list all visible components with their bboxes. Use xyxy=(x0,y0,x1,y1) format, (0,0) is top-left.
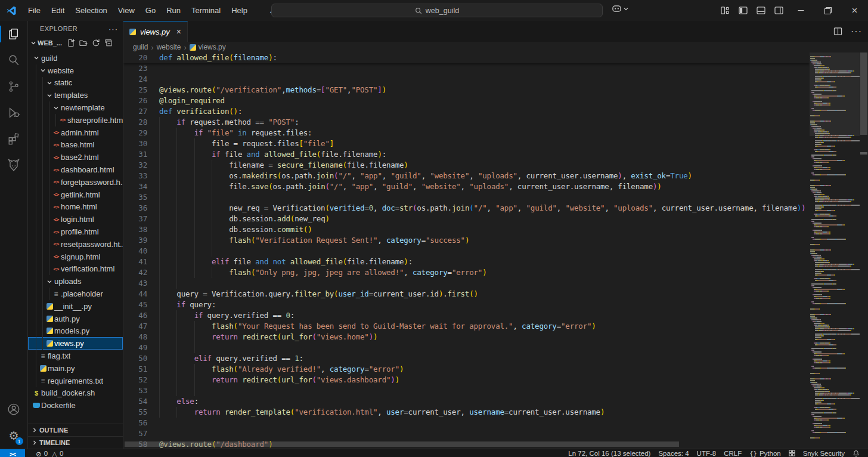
code-line-40[interactable]: 40 xyxy=(123,246,810,257)
code-line-52[interactable]: 52return redirect(url_for("views.dashboa… xyxy=(123,375,810,385)
status-feedback[interactable] xyxy=(789,450,795,457)
customize-layout-icon[interactable] xyxy=(716,0,734,21)
tree-item-dashboard-html[interactable]: <>dashboard.html xyxy=(28,163,123,176)
tree-item-newtemplate[interactable]: newtemplate xyxy=(28,101,123,114)
code-line-46[interactable]: 46if query.verified == 0: xyxy=(123,310,810,321)
status-notifications[interactable] xyxy=(852,450,860,457)
code-area[interactable]: 20def allowed_file(filename): 232425@vie… xyxy=(123,53,868,449)
accounts-icon[interactable] xyxy=(0,396,28,422)
code-line-39[interactable]: 39flash("Verification Request Sent!", ca… xyxy=(123,235,810,246)
code-line-26[interactable]: 26@login_required xyxy=(123,95,810,106)
status-snyk-security[interactable]: Snyk Security xyxy=(803,450,845,457)
tree-item-dockerfile[interactable]: Dockerfile xyxy=(28,399,123,412)
minimize-button[interactable] xyxy=(788,0,814,21)
restore-button[interactable] xyxy=(814,0,841,21)
tree-item-forgetpassword-h-[interactable]: <>forgetpassword.h... xyxy=(28,176,123,189)
tree-item-flag-txt[interactable]: ≡flag.txt xyxy=(28,350,123,362)
code-line-29[interactable]: 29if "file" in request.files: xyxy=(123,128,810,138)
tree-item-views-py[interactable]: views.py xyxy=(28,337,123,350)
command-center[interactable]: web_guild xyxy=(271,4,603,17)
collapse-all-icon[interactable] xyxy=(104,39,113,47)
tree-item-templates[interactable]: templates xyxy=(28,89,123,101)
code-line-35[interactable]: 35 xyxy=(123,192,810,203)
code-line-28[interactable]: 28if request.method == "POST": xyxy=(123,117,810,128)
tree-item-home-html[interactable]: <>home.html xyxy=(28,201,123,214)
workspace-section[interactable]: WEB_... xyxy=(28,36,123,50)
code-line-33[interactable]: 33os.makedirs(os.path.join("/", "app", "… xyxy=(123,171,810,181)
code-line-57[interactable]: 57 xyxy=(123,428,810,439)
sticky-scroll-line[interactable]: 20def allowed_file(filename): xyxy=(123,53,810,63)
status-eol[interactable]: CRLF xyxy=(724,450,742,457)
code-line-30[interactable]: 30file = request.files["file"] xyxy=(123,138,810,149)
more-actions-icon[interactable]: ··· xyxy=(851,26,862,37)
tree-item-auth-py[interactable]: auth.py xyxy=(28,313,123,325)
search-icon[interactable] xyxy=(0,47,28,73)
tree-item-admin-html[interactable]: <>admin.html xyxy=(28,126,123,139)
tree-item-shareprofile-html[interactable]: <>shareprofile.html xyxy=(28,114,123,126)
problems-indicator[interactable]: ⊘0 △0 xyxy=(31,449,63,457)
toggle-panel-icon[interactable] xyxy=(752,0,770,21)
code-line-27[interactable]: 27def verification(): xyxy=(123,106,810,117)
code-line-37[interactable]: 37db.session.add(new_req) xyxy=(123,214,810,224)
menu-terminal[interactable]: Terminal xyxy=(186,0,226,21)
code-line-54[interactable]: 54else: xyxy=(123,396,810,407)
source-control-icon[interactable] xyxy=(0,73,28,100)
code-line-44[interactable]: 44query = Verification.query.filter_by(u… xyxy=(123,289,810,299)
menu-run[interactable]: Run xyxy=(161,0,186,21)
vertical-scrollbar[interactable] xyxy=(860,53,868,449)
tree-item-requirements-txt[interactable]: ≡requirements.txt xyxy=(28,375,123,387)
tree-item-uploads[interactable]: uploads xyxy=(28,275,123,288)
breadcrumb-file[interactable]: views.py xyxy=(190,43,226,51)
tree-item-signup-html[interactable]: <>signup.html xyxy=(28,251,123,263)
code-line-34[interactable]: 34file.save(os.path.join("/", "app", "gu… xyxy=(123,181,810,192)
code-line-43[interactable]: 43 xyxy=(123,278,810,289)
code-line-41[interactable]: 41elif file and not allowed_file(file.fi… xyxy=(123,257,810,267)
code-line-45[interactable]: 45if query: xyxy=(123,299,810,310)
menu-go[interactable]: Go xyxy=(140,0,161,21)
code-line-38[interactable]: 38db.session.commit() xyxy=(123,224,810,235)
tree-item-main-py[interactable]: main.py xyxy=(28,362,123,375)
tree-item-models-py[interactable]: models.py xyxy=(28,325,123,338)
tree-item-static[interactable]: static xyxy=(28,77,123,89)
code-line-48[interactable]: 48return redirect(url_for("views.home")) xyxy=(123,332,810,342)
breadcrumb-guild[interactable]: guild xyxy=(133,43,148,51)
tree-item-website[interactable]: website xyxy=(28,64,123,77)
code-line-56[interactable]: 56 xyxy=(123,418,810,428)
explorer-icon[interactable] xyxy=(0,21,28,47)
menu-selection[interactable]: Selection xyxy=(70,0,112,21)
code-line-36[interactable]: 36new_req = Verification(verified=0, doc… xyxy=(123,203,810,214)
vertical-scrollbar-thumb[interactable] xyxy=(860,53,867,135)
toggle-secondary-sidebar-icon[interactable] xyxy=(770,0,788,21)
breadcrumb-website[interactable]: website xyxy=(157,43,181,51)
settings-gear-icon[interactable]: ⚙ 1 xyxy=(0,422,28,449)
menu-view[interactable]: View xyxy=(113,0,140,21)
remote-indicator[interactable]: >< xyxy=(0,449,25,457)
code-line-51[interactable]: 51flash("Already verified!", category="e… xyxy=(123,364,810,375)
tree-item-resetpassword-ht-[interactable]: <>resetpassword.ht... xyxy=(28,238,123,251)
split-editor-icon[interactable] xyxy=(833,27,842,36)
minimap-slider[interactable] xyxy=(810,53,860,136)
close-button[interactable]: × xyxy=(841,0,868,21)
tree-item-base2-html[interactable]: <>base2.html xyxy=(28,151,123,163)
sticky-code-line-20[interactable]: 20def allowed_file(filename): xyxy=(123,53,810,63)
code-line-32[interactable]: 32filename = secure_filename(file.filena… xyxy=(123,160,810,171)
status-cursor-position[interactable]: Ln 72, Col 16 (13 selected) xyxy=(568,450,650,457)
explorer-more-icon[interactable]: ··· xyxy=(108,24,118,33)
tree-item-base-html[interactable]: <>base.html xyxy=(28,139,123,152)
code-line-53[interactable]: 53 xyxy=(123,385,810,396)
code-line-31[interactable]: 31if file and allowed_file(file.filename… xyxy=(123,149,810,160)
tree-item-login-html[interactable]: <>login.html xyxy=(28,213,123,226)
toggle-primary-sidebar-icon[interactable] xyxy=(734,0,752,21)
extensions-icon[interactable] xyxy=(0,126,28,152)
code-line-23[interactable]: 23 xyxy=(123,63,810,74)
menu-help[interactable]: Help xyxy=(226,0,253,21)
tree-item-build-docker-sh[interactable]: $build_docker.sh xyxy=(28,387,123,400)
horizontal-scrollbar-thumb[interactable] xyxy=(125,441,679,447)
status-encoding[interactable]: UTF-8 xyxy=(697,450,717,457)
code-line-50[interactable]: 50elif query.verified == 1: xyxy=(123,353,810,364)
tree-item--placeholder[interactable]: ≡.placeholder xyxy=(28,288,123,300)
tab-close-icon[interactable]: × xyxy=(176,27,181,36)
status-language-mode[interactable]: {}Python xyxy=(749,450,780,457)
code-line-47[interactable]: 47flash("Your Request has been send to G… xyxy=(123,321,810,332)
code-line-25[interactable]: 25@views.route("/verification",methods=[… xyxy=(123,85,810,95)
